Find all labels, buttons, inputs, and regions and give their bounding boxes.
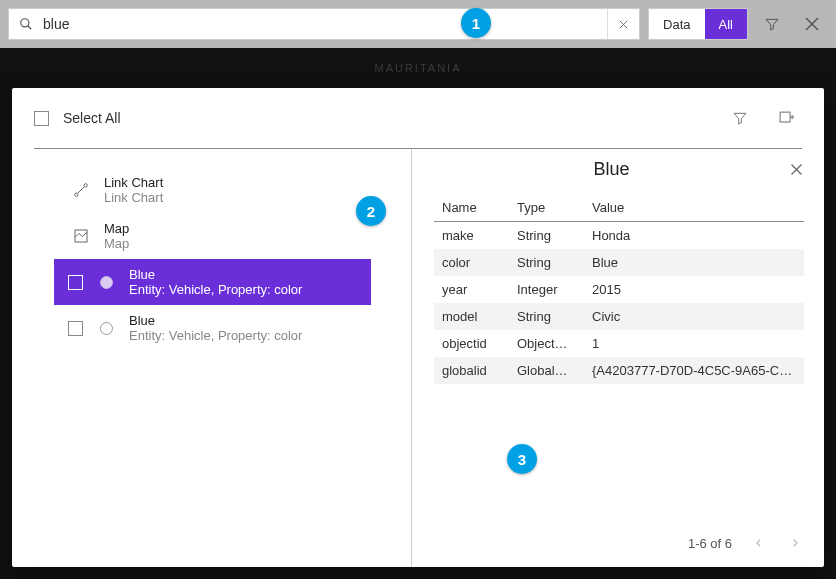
result-title: Blue (129, 267, 302, 282)
clear-search-button[interactable] (607, 9, 639, 39)
table-row: color String Blue (434, 249, 804, 276)
svg-point-0 (21, 19, 29, 27)
close-detail-button[interactable] (789, 162, 804, 177)
map-icon (68, 228, 94, 244)
svg-point-9 (75, 193, 78, 196)
add-to-button[interactable] (770, 102, 802, 134)
svg-line-1 (28, 26, 32, 30)
svg-point-10 (84, 184, 87, 187)
detail-header: Blue (434, 149, 804, 194)
col-name: Name (434, 194, 509, 222)
result-title: Link Chart (104, 175, 163, 190)
toggle-all[interactable]: All (705, 9, 747, 39)
toggle-data[interactable]: Data (649, 9, 704, 39)
top-bar: Data All (0, 0, 836, 48)
search-results-panel: Select All Link Chart Link Chart (12, 88, 824, 567)
detail-title: Blue (434, 159, 789, 180)
result-item-entity[interactable]: Blue Entity: Vehicle, Property: color (54, 305, 371, 351)
map-label: MAURITANIA (374, 62, 461, 74)
table-row: objectid Object… 1 (434, 330, 804, 357)
result-title: Blue (129, 313, 302, 328)
search-icon (9, 17, 43, 31)
pager-prev[interactable] (750, 533, 768, 553)
panel-filter-button[interactable] (724, 102, 756, 134)
result-checkbox[interactable] (68, 321, 83, 336)
callout-2: 2 (356, 196, 386, 226)
table-row: globalid Global… {A4203777-D70D-4C5C-9A6… (434, 357, 804, 384)
result-item-linkchart[interactable]: Link Chart Link Chart (54, 167, 371, 213)
result-checkbox[interactable] (68, 275, 83, 290)
search-input[interactable] (43, 16, 607, 32)
detail-pane: Blue Name Type Value make String (412, 149, 824, 567)
panel-body: Link Chart Link Chart Map Map Blue En (12, 149, 824, 567)
table-row: year Integer 2015 (434, 276, 804, 303)
result-subtitle: Link Chart (104, 190, 163, 205)
properties-table: Name Type Value make String Honda color … (434, 194, 804, 384)
entity-icon (93, 322, 119, 335)
result-subtitle: Entity: Vehicle, Property: color (129, 282, 302, 297)
entity-icon (93, 276, 119, 289)
select-all-label: Select All (63, 110, 121, 126)
callout-3: 3 (507, 444, 537, 474)
result-subtitle: Entity: Vehicle, Property: color (129, 328, 302, 343)
results-list: Link Chart Link Chart Map Map Blue En (12, 149, 412, 567)
col-value: Value (584, 194, 804, 222)
svg-rect-6 (780, 112, 790, 122)
scope-toggle: Data All (648, 8, 748, 40)
svg-line-11 (78, 187, 85, 194)
result-title: Map (104, 221, 129, 236)
result-subtitle: Map (104, 236, 129, 251)
close-panel-button[interactable] (796, 8, 828, 40)
filter-button[interactable] (756, 8, 788, 40)
pager-label: 1-6 of 6 (688, 536, 732, 551)
callout-1: 1 (461, 8, 491, 38)
table-row: model String Civic (434, 303, 804, 330)
table-row: make String Honda (434, 222, 804, 250)
select-all-checkbox[interactable] (34, 111, 49, 126)
result-item-entity-selected[interactable]: Blue Entity: Vehicle, Property: color (54, 259, 371, 305)
linkchart-icon (68, 182, 94, 198)
col-type: Type (509, 194, 584, 222)
pager-next[interactable] (786, 533, 804, 553)
search-container (8, 8, 640, 40)
result-item-map[interactable]: Map Map (54, 213, 371, 259)
panel-header: Select All (12, 88, 824, 148)
pager: 1-6 of 6 (434, 519, 804, 553)
